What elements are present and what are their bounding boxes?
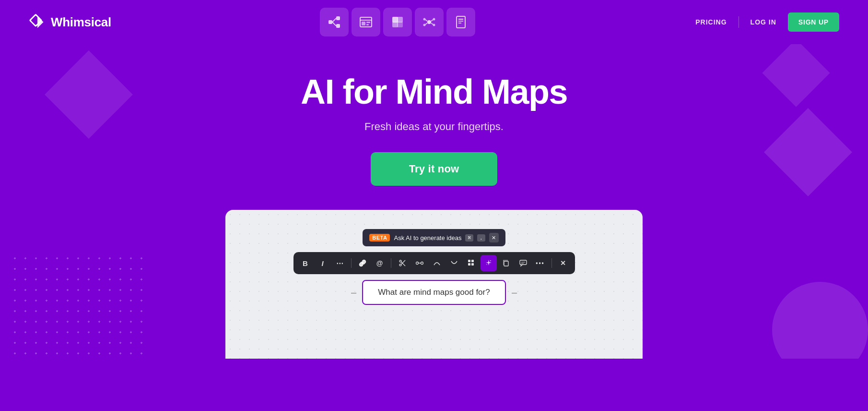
svg-marker-2 [37,16,44,28]
toolbar-curve-left[interactable] [429,255,445,271]
hero-title: AI for Mind Maps [19,73,849,111]
copy-icon [502,259,510,267]
svg-rect-12 [366,24,369,25]
svg-point-35 [421,262,423,265]
svg-rect-39 [468,263,470,266]
curve-left-icon [433,259,441,267]
pricing-link[interactable]: PRICING [684,18,738,26]
kbd-cmd: ⌘ [465,234,473,242]
node-row: – What are mind maps good for? – [351,280,517,305]
toolbar-ai-active[interactable] [481,255,497,271]
toolbar-curve-right[interactable] [446,255,462,271]
svg-rect-16 [397,22,403,27]
svg-rect-37 [468,260,470,262]
svg-rect-40 [471,263,474,266]
node-right-connector: – [512,288,517,297]
toolbar-grid[interactable] [463,255,480,271]
ai-tooltip-close-button[interactable]: ✕ [489,233,499,242]
svg-rect-43 [504,261,508,266]
tool-mindmap[interactable] [415,8,444,36]
scissors-icon [399,259,406,267]
svg-line-25 [431,23,433,24]
connect-icon [416,259,423,267]
beta-badge: BETA [369,234,390,242]
grid-icon [468,259,475,267]
demo-canvas: BETA Ask AI to generate ideas ⌘ . ✕ B I … [225,210,643,359]
toolbar-separator-1 [351,258,352,268]
svg-line-23 [425,23,427,24]
logo-text: Whimsical [51,15,111,30]
svg-rect-11 [366,22,370,23]
svg-line-7 [332,22,336,26]
signup-button[interactable]: SIGN UP [788,12,839,32]
ai-sparkle-icon [485,259,493,267]
nav-actions: PRICING LOG IN SIGN UP [684,12,839,32]
node-text-box[interactable]: What are mind maps good for? [362,280,506,305]
svg-point-34 [416,262,418,265]
svg-point-42 [486,264,487,265]
svg-rect-26 [457,16,465,28]
navbar: Whimsical [0,0,868,44]
svg-point-17 [427,20,431,24]
link-icon [359,259,366,267]
toolbar-mention[interactable]: @ [372,255,388,271]
flowchart-icon [328,15,341,29]
node-text: What are mind maps good for? [378,288,490,297]
wireframe-icon [359,15,373,29]
try-it-now-button[interactable]: Try it now [371,152,498,186]
svg-rect-38 [471,260,474,262]
toolbar-copy[interactable] [498,255,514,271]
mindmap-icon [422,15,436,29]
kbd-dot: . [477,234,485,242]
logo-icon [29,13,46,31]
toolbar-separator-2 [391,258,391,268]
demo-content: BETA Ask AI to generate ideas ⌘ . ✕ B I … [235,229,633,305]
svg-point-31 [399,264,401,266]
curve-right-icon [450,259,458,267]
tool-wireframe[interactable] [352,8,380,36]
toolbar-link[interactable] [354,255,371,271]
sticky-icon [391,15,404,29]
docs-icon [454,15,468,29]
toolbar-italic[interactable]: I [315,255,331,271]
toolbar-close[interactable]: ✕ [555,255,571,271]
svg-line-22 [425,20,427,21]
nav-tools [320,8,475,36]
svg-rect-10 [362,22,365,25]
ai-tooltip-bar: BETA Ask AI to generate ideas ⌘ . ✕ [363,229,505,246]
svg-point-41 [490,260,491,261]
svg-rect-5 [336,24,340,28]
node-left-connector: – [351,288,356,297]
toolbar-separator-3 [551,258,552,268]
comment-icon [519,259,527,267]
toolbar: B I ⋯ @ [293,252,575,274]
toolbar-overflow[interactable]: ••• [532,255,549,271]
svg-point-30 [399,260,401,262]
toolbar-connect[interactable] [411,255,428,271]
svg-line-6 [332,18,336,22]
demo-wrapper: BETA Ask AI to generate ideas ⌘ . ✕ B I … [19,210,849,359]
hero-section: AI for Mind Maps Fresh ideas at your fin… [0,44,868,359]
svg-line-24 [431,20,433,21]
toolbar-ellipsis[interactable]: ⋯ [332,255,348,271]
toolbar-comment[interactable] [515,255,531,271]
toolbar-bold[interactable]: B [297,255,314,271]
svg-rect-4 [336,16,340,20]
tool-sticky[interactable] [383,8,412,36]
hero-subtitle: Fresh ideas at your fingertips. [19,121,849,133]
login-button[interactable]: LOG IN [739,18,788,26]
toolbar-scissors[interactable] [394,255,411,271]
svg-rect-3 [328,20,332,24]
ai-tooltip-text: Ask AI to generate ideas [394,234,461,242]
tool-flowchart[interactable] [320,8,349,36]
logo[interactable]: Whimsical [29,13,111,31]
tool-docs[interactable] [446,8,475,36]
